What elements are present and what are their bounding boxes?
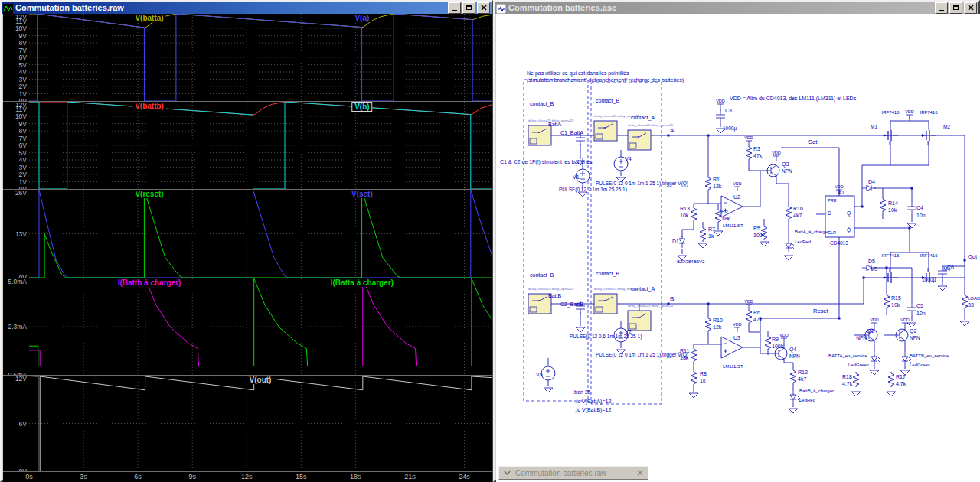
schematic-text[interactable]: R16 — [793, 206, 803, 211]
schematic-text[interactable]: Out — [968, 253, 978, 260]
schematic-text[interactable]: 18k — [680, 355, 689, 360]
schematic-text[interactable]: NPN — [782, 168, 792, 174]
schematic-text[interactable]: LM111/ST — [723, 364, 743, 369]
trace-label[interactable]: I(Batta à charger) — [328, 278, 396, 287]
schematic-text[interactable]: CD4013 — [830, 240, 848, 246]
schematic-text[interactable]: 4.7k — [842, 381, 853, 386]
schematic-text[interactable]: R9 — [772, 337, 779, 342]
schematic-text[interactable]: A1 — [838, 190, 844, 195]
minimize-button[interactable] — [448, 2, 461, 14]
schematic-text[interactable]: 1000µ — [922, 277, 936, 283]
schematic-text[interactable]: BattA_à_charger — [795, 230, 829, 234]
trace-label[interactable]: V(a) — [352, 14, 371, 22]
schematic-text[interactable]: .ic V(BattB)=12 — [575, 407, 611, 413]
schematic-text[interactable]: contact_B — [530, 272, 554, 278]
schematic-text[interactable]: Set — [808, 138, 818, 145]
schematic-text[interactable]: C5 — [916, 303, 923, 308]
schematic-text[interactable]: LedGreen — [848, 363, 869, 367]
schematic-titlebar[interactable]: Commutation batteries.asc — [495, 2, 978, 14]
contact-switch-component[interactable] — [594, 294, 617, 314]
contact-switch-component[interactable] — [528, 125, 551, 145]
waveform-pane-1[interactable]: 12V11V10V9V8V7V6V5V4V3V2V1V0VV(batta)V(a… — [3, 14, 492, 102]
schematic-text[interactable]: C1_BattA — [560, 130, 583, 136]
schematic-text[interactable]: A — [670, 127, 675, 134]
restore-button[interactable] — [462, 2, 475, 14]
schematic-text[interactable]: 10k — [680, 213, 689, 218]
schematic-text[interactable]: IRF7416 — [920, 110, 938, 115]
schematic-text[interactable]: R2 — [721, 209, 728, 214]
schematic-text[interactable]: NPN — [789, 353, 800, 359]
waveform-pane-4[interactable]: 5.0mA2.3mA-0.5mAI(Battb à charger)I(Batt… — [3, 278, 492, 376]
schematic-text[interactable]: U3 — [733, 335, 740, 340]
schematic-text[interactable]: PULSE(0 12 2 1m 1m 25 25 1) — [559, 187, 627, 193]
schematic-drawing[interactable]: VDDVDDVDDVDDVDDVDDVDDVDDVDDVDDVDDNe pas … — [496, 14, 980, 482]
schematic-text[interactable]: D — [828, 210, 831, 216]
trace-label[interactable]: V(b) — [351, 102, 372, 112]
schematic-text[interactable]: Ne pas utiliser ce qui est dans les poin… — [527, 70, 629, 77]
schematic-text[interactable]: BattA — [548, 122, 561, 127]
trace-label[interactable]: V(reset) — [132, 190, 165, 198]
schematic-text[interactable]: LedRed — [795, 239, 811, 244]
waveform-canvas-3[interactable] — [29, 190, 492, 278]
schematic-text[interactable]: R13 — [680, 206, 690, 211]
minimized-raw-window[interactable]: Commutation batteries.raw — [498, 466, 648, 480]
schematic-text[interactable]: IRF7416 — [920, 253, 938, 258]
trace-label[interactable]: V(battb) — [132, 102, 166, 110]
schematic-text[interactable]: R6 — [753, 310, 760, 315]
schematic-text[interactable]: Q4 — [789, 347, 796, 353]
schematic-text[interactable]: R5 — [753, 226, 760, 231]
schematic-text[interactable]: PULSE(0 12 0 1m 1m 1 25 1) trigger V(Q) — [596, 181, 688, 187]
schematic-text[interactable]: BattB_à_charger — [799, 389, 834, 393]
schematic-text[interactable]: LedRed — [799, 398, 815, 402]
schematic-text[interactable]: contact_A — [631, 115, 655, 121]
schematic-text[interactable]: CLR — [828, 230, 836, 235]
schematic-text[interactable]: D5 — [868, 259, 875, 264]
schematic-text[interactable]: Q3 — [782, 161, 789, 168]
schematic-text[interactable]: contact_B — [596, 271, 619, 277]
schematic-text[interactable]: Q1 — [867, 328, 874, 334]
schematic-text[interactable]: PRE — [828, 198, 837, 203]
schematic-text[interactable]: Q — [847, 210, 851, 217]
waveform-plot-area[interactable]: 12V11V10V9V8V7V6V5V4V3V2V1V0VV(batta)V(a… — [3, 14, 492, 480]
waveform-canvas-4[interactable] — [29, 278, 492, 375]
schematic-text[interactable]: BZX384B6V2 — [677, 259, 705, 264]
chevron-down-icon[interactable] — [501, 468, 512, 478]
schematic-text[interactable]: M1 — [871, 124, 877, 129]
waveform-pane-3[interactable]: 26V13V0VV(reset)V(set) — [3, 190, 492, 278]
trace-label[interactable]: V(out) — [247, 376, 274, 384]
schematic-text[interactable]: R1 — [713, 177, 720, 182]
voltage-source-component[interactable] — [541, 366, 555, 380]
schematic-text[interactable]: M2 — [943, 124, 950, 129]
close-button[interactable] — [477, 2, 490, 14]
schematic-text[interactable]: C4 — [916, 205, 923, 210]
schematic-text[interactable]: 4k7 — [798, 376, 806, 382]
schematic-text[interactable]: delay_close=25 delay_open=25 — [628, 304, 674, 308]
schematic-text[interactable]: .ic V(BattA)=12 — [575, 399, 611, 405]
schematic-text[interactable]: 10n — [916, 311, 926, 316]
schematic-text[interactable]: R14 — [888, 200, 898, 206]
schematic-text[interactable]: R11 — [680, 348, 689, 353]
trace-label[interactable]: V(batta) — [132, 14, 165, 22]
schematic-text[interactable]: B — [670, 295, 674, 302]
schematic-text[interactable]: IRF7416 — [881, 253, 900, 258]
schematic-text[interactable]: (simulation branchement/ debranchement/ … — [527, 77, 684, 83]
waveform-canvas-2[interactable] — [29, 102, 492, 189]
schematic-text[interactable]: PULSE(0 12 0.6 1m 1m 25 25 1) — [570, 334, 642, 340]
waveform-window[interactable]: Commutation batteries.raw 12V11V10V9V8V7… — [0, 0, 493, 482]
waveform-pane-2[interactable]: 12V11V10V9V8V7V6V5V4V3V2V1V0VV(battb)V(b… — [3, 102, 492, 190]
schematic-text[interactable]: V4 — [625, 156, 632, 161]
schematic-text[interactable]: .tran 25 — [573, 389, 591, 395]
schematic-text[interactable]: LM111/ST — [723, 223, 743, 228]
schematic-text[interactable]: C3 — [725, 108, 732, 113]
schematic-text[interactable]: 12k — [713, 184, 722, 189]
minimize-button[interactable] — [935, 2, 948, 14]
schematic-text[interactable]: R12 — [798, 370, 808, 375]
schematic-text[interactable]: 1k — [700, 378, 706, 383]
schematic-text[interactable]: PULSE(0 12 0 1m 1m 1 25 1) trigger V̄(Q) — [596, 352, 688, 358]
schematic-text[interactable]: 33 — [968, 302, 974, 308]
schematic-text[interactable]: 47k — [753, 317, 763, 322]
schematic-text[interactable]: U2 — [733, 194, 740, 200]
schematic-text[interactable]: R10 — [713, 318, 723, 323]
schematic-text[interactable]: D4 — [868, 179, 875, 184]
contact-switch-component[interactable] — [628, 130, 651, 150]
